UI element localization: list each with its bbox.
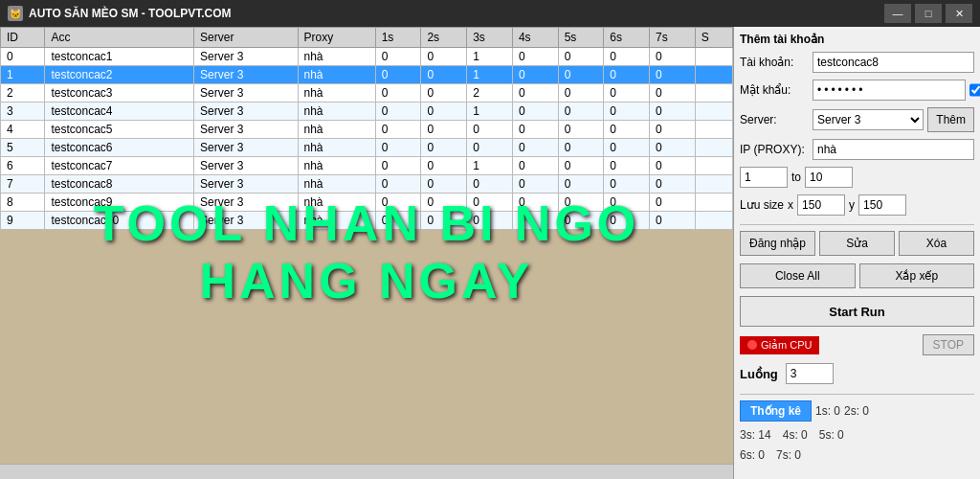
server-select[interactable]: Server 3 Server 1 Server 2 [813,109,924,130]
cell-3: nhà [298,66,375,84]
cell-0: 4 [1,121,45,139]
luong-input[interactable] [786,363,834,384]
them-button[interactable]: Thêm [927,107,974,132]
show-password-checkbox[interactable] [969,82,980,98]
cell-2: Server 3 [194,66,298,84]
stats-row-3: 6s: 0 7s: 0 [740,448,974,462]
taikhoan-row: Tài khoản: [740,52,974,73]
table-wrapper[interactable]: ID Acc Server Proxy 1s 2s 3s 4s 5s 6s 7s… [0,27,733,464]
action-btns-2: Close All Xắp xếp [740,263,974,288]
thong-ke-button[interactable]: Thống kê [740,400,812,422]
cell-9: 0 [604,66,650,84]
cpu-row: Giảm CPU STOP [740,334,974,355]
cell-0: 5 [1,139,45,157]
cell-9: 0 [604,194,650,212]
cpu-icon [747,340,757,350]
col-acc: Acc [45,28,194,48]
cell-10: 0 [650,121,696,139]
cell-3: nhà [298,121,375,139]
cell-3: nhà [298,212,375,230]
cell-1: testconcac3 [45,84,194,103]
cell-7: 0 [512,84,558,103]
table-row[interactable]: 6testconcac7Server 3nhà0010000 [1,157,733,175]
cell-0: 7 [1,175,45,194]
table-row[interactable]: 9testconcac10Server 3nhà0000000 [1,212,733,230]
cell-11 [695,212,732,230]
close-all-button[interactable]: Close All [740,263,856,288]
col-server: Server [194,28,298,48]
dang-nhap-button[interactable]: Đăng nhập [740,231,815,256]
col-s: S [695,28,732,48]
table-row[interactable]: 3testconcac4Server 3nhà0010000 [1,103,733,121]
server-row: Server: Server 3 Server 1 Server 2 Thêm [740,107,974,132]
table-row[interactable]: 4testconcac5Server 3nhà0000000 [1,121,733,139]
cell-5: 0 [421,212,467,230]
giam-cpu-label: Giảm CPU [761,339,812,352]
cell-5: 0 [421,84,467,103]
cell-10: 0 [650,84,696,103]
cell-11 [695,66,732,84]
cell-10: 0 [650,194,696,212]
giam-cpu-button[interactable]: Giảm CPU [740,336,819,354]
cell-1: testconcac2 [45,66,194,84]
divider2 [740,394,974,395]
size-y-input[interactable] [858,194,906,216]
table-row[interactable]: 5testconcac6Server 3nhà0000000 [1,139,733,157]
cell-8: 0 [558,139,604,157]
cell-4: 0 [375,66,421,84]
size-y-label: y [849,198,855,212]
table-row[interactable]: 0testconcac1Server 3nhà0010000 [1,48,733,66]
horizontal-scrollbar[interactable] [0,464,733,479]
proxy-input[interactable] [813,139,974,160]
cell-10: 0 [650,48,696,66]
range-from-input[interactable] [740,167,788,188]
stats-row-2: 3s: 14 4s: 0 5s: 0 [740,428,974,442]
stat-2s: 2s: 0 [844,404,869,418]
maximize-button[interactable]: □ [915,4,942,23]
cell-0: 1 [1,66,45,84]
close-button[interactable]: ✕ [946,4,972,23]
cell-7: 0 [512,66,558,84]
size-x-input[interactable] [797,194,845,216]
cell-6: 1 [467,66,513,84]
cell-0: 2 [1,84,45,103]
range-to-input[interactable] [805,167,853,188]
cell-9: 0 [604,84,650,103]
cell-4: 0 [375,84,421,103]
stat-1s: 1s: 0 [815,404,840,418]
xoa-button[interactable]: Xóa [899,231,974,256]
cell-6: 0 [467,194,513,212]
cell-0: 9 [1,212,45,230]
matkhau-input[interactable] [813,80,966,101]
table-row[interactable]: 1testconcac2Server 3nhà0010000 [1,66,733,84]
cell-5: 0 [421,139,467,157]
col-id: ID [1,28,45,48]
col-proxy: Proxy [298,28,375,48]
cell-2: Server 3 [194,48,298,66]
cell-10: 0 [650,103,696,121]
cell-10: 0 [650,175,696,194]
cell-6: 1 [467,103,513,121]
cell-2: Server 3 [194,175,298,194]
table-row[interactable]: 8testconcac9Server 3nhà0000000 [1,194,733,212]
minimize-button[interactable]: — [884,4,911,23]
window-title: AUTO SĂN MÈO SM - TOOLPVT.COM [29,7,884,20]
sua-button[interactable]: Sửa [819,231,895,256]
taikhoan-label: Tài khoản: [740,56,809,69]
cell-3: nhà [298,139,375,157]
stop-button[interactable]: STOP [923,334,974,355]
cell-4: 0 [375,157,421,175]
cell-2: Server 3 [194,212,298,230]
cell-7: 0 [512,139,558,157]
stat-7s: 7s: 0 [776,448,801,462]
stat-3s: 3s: 14 [740,428,771,442]
cell-3: nhà [298,157,375,175]
table-row[interactable]: 2testconcac3Server 3nhà0020000 [1,84,733,103]
cell-11 [695,139,732,157]
table-row[interactable]: 7testconcac8Server 3nhà0000000 [1,175,733,194]
xap-xep-button[interactable]: Xắp xếp [859,263,975,288]
col-6s: 6s [604,28,650,48]
start-run-button[interactable]: Start Run [740,296,974,327]
taikhoan-input[interactable] [813,52,974,73]
title-bar: 🐱 AUTO SĂN MÈO SM - TOOLPVT.COM — □ ✕ [0,0,980,27]
